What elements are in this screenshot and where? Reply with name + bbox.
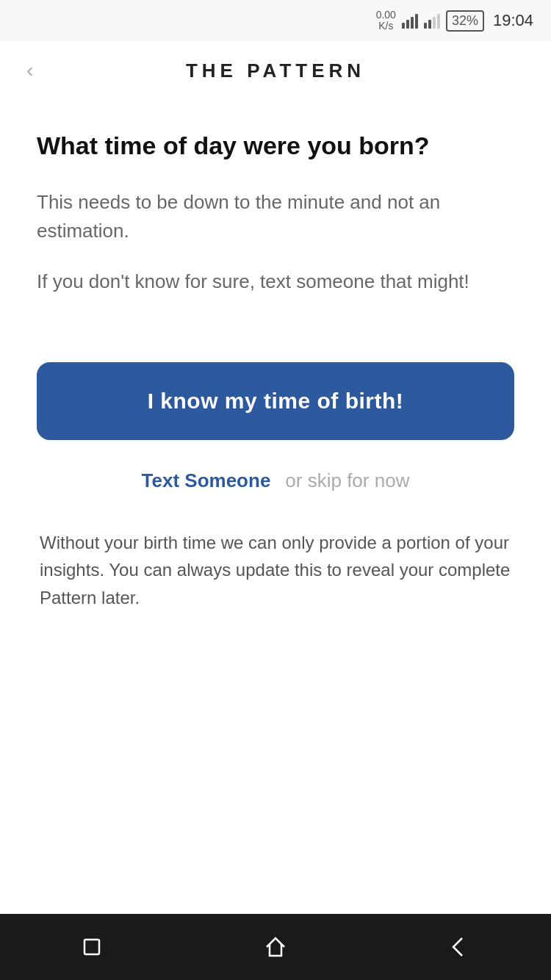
text-someone-link[interactable]: Text Someone: [142, 469, 271, 492]
network-speed: 0.00 K/s: [376, 10, 396, 32]
android-nav-bar: [0, 914, 551, 980]
back-button-nav[interactable]: [444, 932, 474, 962]
battery-indicator: 32%: [446, 10, 484, 32]
question-title: What time of day were you born?: [37, 129, 514, 162]
svg-rect-0: [84, 940, 99, 954]
app-title: THE PATTERN: [186, 60, 365, 82]
signal-icon: [402, 12, 418, 29]
app-header: ‹ THE PATTERN: [0, 41, 551, 100]
skip-for-now-link[interactable]: or skip for now: [285, 469, 409, 492]
main-content: What time of day were you born? This nee…: [0, 100, 551, 914]
recent-apps-button[interactable]: [77, 932, 107, 962]
description-text-1: This needs to be down to the minute and …: [37, 188, 514, 245]
signal-icon-2: [424, 12, 440, 29]
status-time: 19:04: [493, 11, 533, 30]
secondary-actions: Text Someone or skip for now: [37, 469, 514, 492]
know-birth-time-button[interactable]: I know my time of birth!: [37, 362, 514, 440]
spacer: [37, 318, 514, 362]
back-button[interactable]: ‹: [21, 53, 39, 88]
status-bar: 0.00 K/s 32% 19:04: [0, 0, 551, 41]
footer-note: Without your birth time we can only prov…: [37, 529, 514, 611]
home-button[interactable]: [261, 932, 290, 962]
description-text-2: If you don't know for sure, text someone…: [37, 267, 514, 296]
